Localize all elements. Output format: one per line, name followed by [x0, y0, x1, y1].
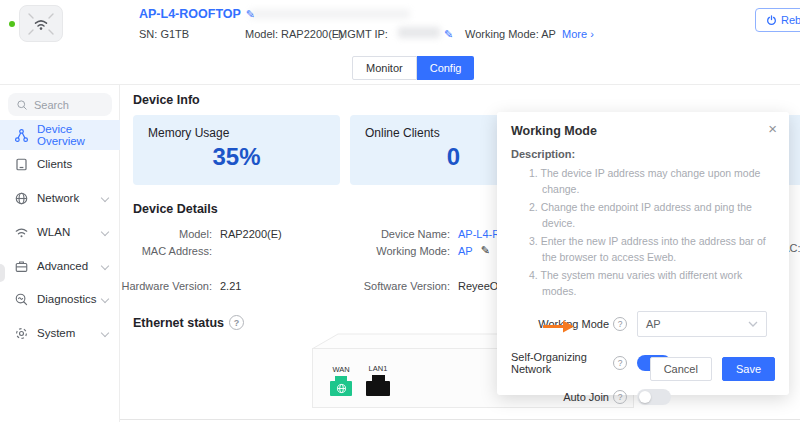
device-title: AP-L4-ROOFTOP✎	[139, 7, 255, 21]
sidebar-item-label: System	[37, 327, 75, 339]
close-icon[interactable]: ×	[768, 120, 777, 137]
network-globe-icon	[14, 191, 29, 206]
tabs-bar: Monitor Config	[0, 45, 800, 85]
detail-label: Software Version:	[330, 280, 450, 292]
sidebar-item-system[interactable]: System	[0, 318, 120, 348]
lan1-port: LAN1	[366, 364, 390, 396]
edit-mgmt-ip-icon[interactable]: ✎	[444, 28, 453, 41]
chevron-down-icon	[101, 194, 109, 202]
chevron-down-icon	[101, 228, 109, 236]
chevron-down-icon	[101, 329, 109, 337]
lan1-port-body	[366, 381, 390, 396]
sidebar-item-advanced[interactable]: Advanced	[0, 251, 120, 281]
more-link[interactable]: More ›	[562, 28, 594, 40]
save-button[interactable]: Save	[722, 357, 775, 381]
mgmt-ip-label: MGMT IP:	[338, 28, 388, 40]
help-icon[interactable]: ?	[613, 390, 627, 404]
working-mode-selected-value: AP	[646, 318, 661, 330]
search-input[interactable]: Search	[8, 93, 112, 116]
device-name: AP-L4-ROOFTOP	[139, 7, 241, 21]
detail-label: Working Mode:	[330, 245, 450, 257]
briefcase-icon	[14, 259, 29, 274]
reboot-button[interactable]: Reboot	[755, 8, 800, 32]
sidebar-item-device-overview[interactable]: Device Overview	[0, 120, 120, 150]
ethernet-status-title: Ethernet status	[133, 316, 224, 330]
card-label: Memory Usage	[148, 126, 325, 140]
auto-join-pointer-arrow	[543, 319, 575, 334]
online-status-dot	[9, 21, 15, 27]
ethernet-status-heading: Ethernet status ?	[133, 315, 244, 330]
description-item: 4. The system menu varies with different…	[529, 267, 775, 299]
detail-label: Model:	[120, 228, 212, 240]
eweb-app: AP-L4-ROOFTOP✎ SN: G1TB Model: RAP2200(E…	[0, 0, 800, 422]
detail-label: Hardware Version:	[120, 280, 212, 292]
description-list: 1. The device IP address may change upon…	[529, 165, 775, 299]
chevron-right-icon: ›	[590, 28, 594, 40]
help-icon[interactable]: ?	[613, 356, 627, 370]
help-icon[interactable]: ?	[229, 315, 244, 330]
sidebar-item-label: WLAN	[37, 226, 70, 238]
sidebar-item-wlan[interactable]: WLAN	[0, 217, 120, 247]
sidebar-item-label: Device Overview	[37, 123, 120, 147]
chevron-down-icon	[101, 262, 109, 270]
auto-join-field-label: Auto Join ?	[511, 390, 627, 404]
description-item: 3. Enter the new IP address into the add…	[529, 233, 775, 265]
sidebar-item-label: Diagnostics	[37, 293, 96, 305]
clients-icon	[14, 157, 29, 172]
gear-icon	[14, 326, 29, 341]
diagnostics-icon	[14, 292, 29, 307]
sidebar-item-clients[interactable]: Clients	[0, 149, 120, 179]
auto-join-toggle[interactable]	[637, 389, 671, 405]
sidebar-item-network[interactable]: Network	[0, 183, 120, 213]
redacted-mgmt-ip	[398, 27, 440, 38]
description-label: Description:	[511, 148, 775, 160]
memory-usage-value: 35%	[148, 143, 325, 171]
working-mode-modal: Working Mode × Description: 1. The devic…	[497, 112, 789, 395]
device-details-left-column: Model: RAP2200(E) MAC Address: Hardware …	[120, 225, 350, 294]
working-mode-select[interactable]: AP	[637, 311, 767, 337]
sidebar-item-label: Network	[37, 192, 79, 204]
serial-number: SN: G1TB	[139, 28, 189, 40]
sidebar-item-diagnostics[interactable]: Diagnostics	[0, 284, 120, 314]
sidebar-item-label: Clients	[37, 158, 72, 170]
device-overview-icon	[14, 128, 29, 143]
detail-value: RAP2200(E)	[220, 228, 282, 240]
detail-label: Device Name:	[330, 228, 450, 240]
wan-port-label: WAN	[330, 365, 352, 374]
toggle-knob	[639, 391, 651, 403]
wifi-device-glyph	[26, 11, 56, 37]
working-mode-value: AP	[458, 245, 473, 257]
access-point-icon	[19, 5, 63, 42]
tab-monitor[interactable]: Monitor	[352, 56, 417, 80]
cancel-button[interactable]: Cancel	[650, 357, 712, 381]
sidebar-item-label: Advanced	[37, 260, 88, 272]
sidebar: Search Device Overview Clients	[0, 85, 120, 422]
device-details-title: Device Details	[133, 202, 218, 216]
search-placeholder: Search	[34, 99, 69, 111]
redacted-text	[250, 9, 410, 19]
description-item: 2. Change the endpoint IP address and pi…	[529, 199, 775, 231]
header: AP-L4-ROOFTOP✎ SN: G1TB Model: RAP2200(E…	[0, 0, 800, 46]
description-item: 1. The device IP address may change upon…	[529, 165, 775, 197]
help-icon[interactable]: ?	[613, 317, 627, 331]
lan1-port-label: LAN1	[366, 364, 390, 373]
wlan-wifi-icon	[14, 225, 29, 240]
power-icon	[766, 15, 777, 26]
device-info-title: Device Info	[133, 93, 200, 107]
self-organizing-field-label: Self-Organizing Network ?	[511, 351, 627, 375]
tab-config[interactable]: Config	[417, 56, 475, 80]
search-icon	[16, 99, 28, 111]
detail-value: 2.21	[220, 280, 241, 292]
wan-port: WAN	[330, 365, 352, 396]
modal-title: Working Mode	[511, 124, 775, 138]
content-bottom-border	[120, 419, 800, 420]
reboot-label: Reboot	[781, 14, 800, 26]
chevron-down-icon	[748, 321, 758, 327]
detail-label: MAC Address:	[120, 245, 212, 257]
chevron-down-icon	[101, 295, 109, 303]
memory-usage-card: Memory Usage 35%	[133, 115, 340, 185]
working-mode-summary: Working Mode: AP	[465, 28, 556, 40]
edit-working-mode-icon[interactable]: ✎	[481, 244, 490, 257]
sidebar-collapse-handle[interactable]	[0, 264, 5, 282]
wan-port-body	[330, 381, 352, 396]
